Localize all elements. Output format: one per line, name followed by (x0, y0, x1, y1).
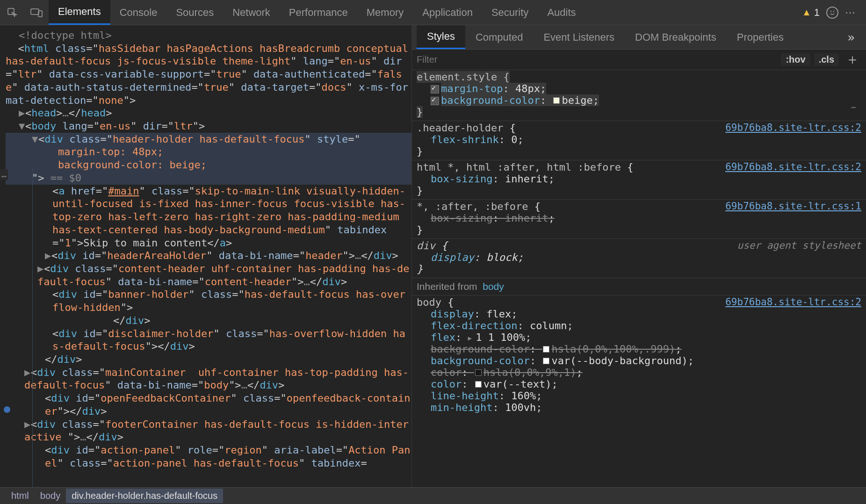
selector[interactable]: element.style { (417, 71, 510, 83)
header-holder-close[interactable]: </div> (6, 353, 411, 366)
device-toggle-icon[interactable] (27, 3, 46, 22)
svg-point-4 (834, 11, 834, 12)
tab-performance[interactable]: Performance (280, 0, 357, 25)
subtab-properties[interactable]: Properties (727, 25, 794, 49)
rule-html-box[interactable]: 69b76ba8.site-ltr.css:2 html *, html :af… (412, 160, 866, 200)
main-tabs: Elements Console Sources Network Perform… (49, 0, 585, 25)
content-header[interactable]: ▶<div class="content-header uhf-containe… (6, 262, 411, 288)
rule-div-uas[interactable]: user agent stylesheet div { display: blo… (412, 239, 866, 278)
body-element[interactable]: ▼<body lang="en-us" dir="ltr"> (6, 120, 411, 133)
inspect-element-icon[interactable] (3, 3, 22, 22)
elements-breadcrumb: html body div.header-holder.has-default-… (0, 487, 866, 504)
action-panel[interactable]: <div id="action-panel" role="region" ari… (6, 444, 411, 469)
hov-toggle[interactable]: :hov (781, 53, 810, 66)
banner-holder[interactable]: <div id="banner-holder" class="has-defau… (6, 288, 411, 314)
content-area: <!doctype html> <html class="hasSidebar … (0, 25, 866, 487)
source-link[interactable]: 69b76ba8.site-ltr.css:2 (725, 296, 861, 308)
rule-star-box[interactable]: 69b76ba8.site-ltr.css:1 *, :after, :befo… (412, 200, 866, 239)
source-link[interactable]: 69b76ba8.site-ltr.css:2 (725, 161, 861, 173)
tab-network[interactable]: Network (223, 0, 280, 25)
elements-tree[interactable]: <!doctype html> <html class="hasSidebar … (0, 25, 411, 487)
feedback-icon[interactable] (826, 7, 838, 19)
rule-header-holder[interactable]: 69b76ba8.site-ltr.css:2 .header-holder {… (412, 121, 866, 160)
tab-memory[interactable]: Memory (357, 0, 413, 25)
uas-label: user agent stylesheet (737, 240, 861, 251)
rule-body[interactable]: 69b76ba8.site-ltr.css:2 body { display: … (412, 295, 866, 416)
banner-holder-close[interactable]: </div> (6, 314, 411, 327)
color-swatch[interactable] (475, 381, 482, 388)
breadcrumb-div[interactable]: div.header-holder.has-default-focus (66, 489, 223, 503)
tab-sources[interactable]: Sources (166, 0, 223, 25)
styles-filter-input[interactable] (417, 54, 779, 65)
color-swatch[interactable] (543, 346, 549, 353)
disclaimer-holder[interactable]: <div id="disclaimer-holder" class="has-o… (6, 327, 411, 353)
head-element[interactable]: ▶<head>…</head> (6, 107, 411, 120)
rule-element-style[interactable]: element.style { margin-top: 48px; backgr… (412, 70, 866, 121)
cls-toggle[interactable]: .cls (814, 53, 839, 66)
tab-security[interactable]: Security (482, 0, 538, 25)
expand-shorthand-icon[interactable]: ▶ (468, 334, 476, 342)
property-checkbox[interactable] (431, 85, 439, 94)
source-link[interactable]: 69b76ba8.site-ltr.css:2 (725, 122, 861, 133)
property-checkbox[interactable] (431, 97, 439, 105)
breadcrumb-body[interactable]: body (35, 489, 66, 503)
warning-icon: ▲ (802, 7, 811, 18)
styles-rules[interactable]: element.style { margin-top: 48px; backgr… (412, 70, 866, 487)
skip-link[interactable]: <a href="#main" class="skip-to-main-link… (6, 185, 411, 250)
main-container[interactable]: ▶<div class="mainContainer uhf-container… (6, 366, 411, 392)
more-menu-icon[interactable]: ⋯ (845, 7, 857, 19)
svg-point-3 (831, 11, 831, 12)
styles-panel: Styles Computed Event Listeners DOM Brea… (411, 25, 866, 487)
subtab-styles[interactable]: Styles (417, 25, 465, 49)
collapsed-ellipsis[interactable]: … (0, 169, 8, 180)
selected-node[interactable]: ▼<div class="header-holder has-default-f… (6, 133, 411, 185)
openfeedback-container[interactable]: <div id="openFeedbackContainer" class="o… (6, 392, 411, 418)
tab-elements[interactable]: Elements (49, 0, 110, 25)
styles-filter-bar: :hov .cls ＋ (412, 50, 866, 70)
doctype[interactable]: <!doctype html> (6, 29, 411, 42)
new-style-rule-icon[interactable]: ＋ (841, 50, 862, 69)
color-swatch[interactable] (543, 358, 549, 364)
toolbar-right: ▲ 1 ⋯ (802, 7, 866, 19)
devtools-toolbar: Elements Console Sources Network Perform… (0, 0, 866, 25)
inherited-element-link[interactable]: body (483, 281, 504, 292)
subtab-event-listeners[interactable]: Event Listeners (533, 25, 625, 49)
color-swatch[interactable] (553, 97, 560, 104)
rule-more-icon[interactable]: ⋯ (851, 103, 857, 112)
breakpoint-marker[interactable] (4, 406, 10, 413)
header-area-holder[interactable]: ▶<div id="headerAreaHolder" data-bi-name… (6, 249, 411, 262)
subtab-computed[interactable]: Computed (465, 25, 534, 49)
html-element[interactable]: <html class="hasSidebar hasPageActions h… (6, 42, 411, 107)
subtab-dom-breakpoints[interactable]: DOM Breakpoints (625, 25, 727, 49)
color-swatch[interactable] (475, 369, 482, 376)
svg-rect-1 (31, 9, 39, 14)
tab-audits[interactable]: Audits (538, 0, 585, 25)
inherited-from-bar: Inherited from body (412, 278, 866, 295)
styles-tabs: Styles Computed Event Listeners DOM Brea… (412, 25, 866, 50)
warning-count: 1 (814, 7, 820, 19)
breadcrumb-html[interactable]: html (6, 489, 35, 503)
footer-container[interactable]: ▶<div class="footerContainer has-default… (6, 418, 411, 444)
tab-console[interactable]: Console (110, 0, 167, 25)
source-link[interactable]: 69b76ba8.site-ltr.css:1 (725, 201, 861, 212)
tree-guide-line (32, 168, 33, 487)
warnings-badge[interactable]: ▲ 1 (802, 7, 820, 19)
tab-application[interactable]: Application (413, 0, 482, 25)
subtabs-more-icon[interactable]: » (847, 30, 866, 44)
